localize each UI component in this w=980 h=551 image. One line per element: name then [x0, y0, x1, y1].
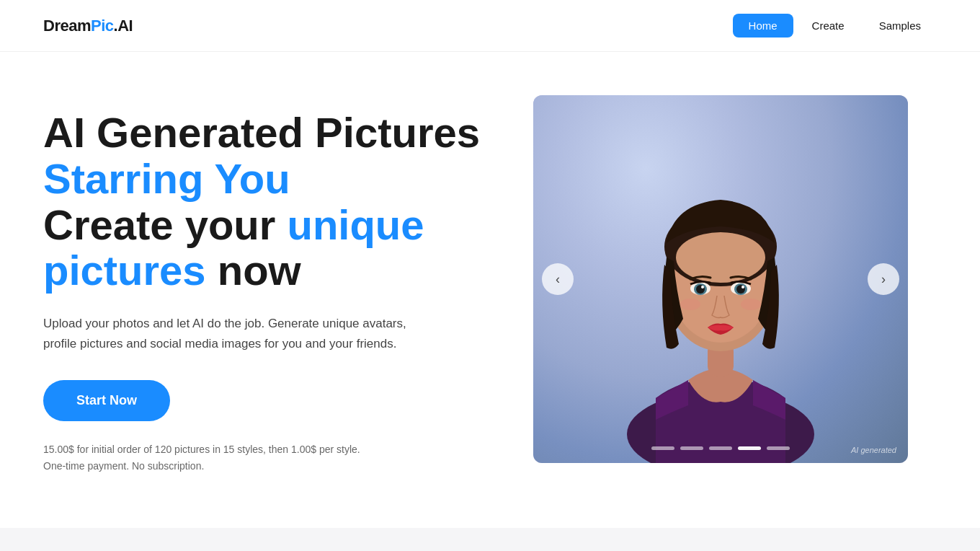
portrait-figure — [584, 131, 858, 463]
pricing-line2: One-time payment. No subscription. — [43, 460, 204, 472]
svg-point-9 — [701, 286, 704, 288]
hero-title-line1: AI Generated Pictures — [43, 110, 504, 156]
pricing-note: 15.00$ for initial order of 120 pictures… — [43, 441, 504, 474]
hero-title: AI Generated Pictures Starring You Creat… — [43, 110, 504, 294]
carousel-next-button[interactable]: › — [868, 263, 899, 295]
carousel-dot-3[interactable] — [709, 446, 732, 450]
start-now-button[interactable]: Start Now — [43, 380, 170, 421]
pricing-line1: 15.00$ for initial order of 120 pictures… — [43, 444, 360, 455]
hero-right: ‹ › AI generated — [533, 95, 908, 463]
svg-point-13 — [741, 286, 744, 288]
logo-dream: Dream — [43, 17, 91, 35]
nav-home[interactable]: Home — [733, 14, 793, 38]
logo-pic: Pic — [91, 17, 114, 35]
watermark: AI generated — [851, 446, 896, 454]
svg-point-14 — [680, 299, 700, 310]
carousel-dot-1[interactable] — [651, 446, 674, 450]
svg-point-15 — [741, 299, 761, 310]
carousel-dots — [651, 446, 790, 450]
carousel-dot-5[interactable] — [767, 446, 790, 450]
hero-title-line2: Starring You — [43, 156, 504, 202]
nav-create[interactable]: Create — [796, 14, 860, 38]
chevron-left-icon: ‹ — [556, 272, 560, 287]
carousel-dot-4[interactable] — [738, 446, 761, 450]
carousel: ‹ › AI generated — [533, 95, 908, 463]
hero-section: AI Generated Pictures Starring You Creat… — [0, 52, 980, 499]
hero-title-line3: Create your unique pictures now — [43, 202, 504, 294]
chevron-right-icon: › — [881, 272, 886, 287]
hero-subtitle: Upload your photos and let AI do the job… — [43, 314, 418, 354]
hero-left: AI Generated Pictures Starring You Creat… — [43, 95, 504, 474]
portrait-svg — [584, 131, 858, 463]
hero-title-line3-prefix: Create your — [43, 201, 287, 248]
logo-ai: .AI — [114, 17, 133, 35]
hero-title-line3-suffix: now — [206, 247, 301, 294]
carousel-prev-button[interactable]: ‹ — [542, 263, 574, 295]
logo: DreamPic.AI — [43, 17, 133, 35]
header: DreamPic.AI Home Create Samples — [0, 0, 980, 52]
svg-point-5 — [676, 232, 765, 283]
carousel-dot-2[interactable] — [680, 446, 703, 450]
footer-strip — [0, 528, 980, 551]
nav-samples[interactable]: Samples — [863, 14, 937, 38]
main-nav: Home Create Samples — [733, 14, 937, 38]
